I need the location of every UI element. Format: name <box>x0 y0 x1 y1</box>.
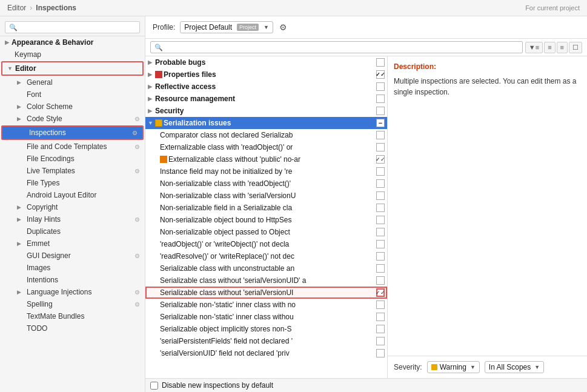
tree-group-probable-bugs[interactable]: ▶ Probable bugs <box>145 56 387 68</box>
tree-group-security[interactable]: ▶ Security <box>145 105 387 117</box>
resource-check[interactable] <box>376 95 385 103</box>
tree-group-resource-management[interactable]: ▶ Resource management <box>145 93 387 105</box>
filter-btn-2[interactable]: ≡ <box>544 42 555 53</box>
serialization-dot <box>155 119 162 127</box>
readresolve-decl-check[interactable] <box>376 252 385 261</box>
sidebar-item-live-templates[interactable]: Live Templates ⚙ <box>0 165 145 177</box>
sidebar-item-copyright[interactable]: ▶ Copyright <box>0 201 145 213</box>
serialization-check[interactable]: − <box>376 119 385 127</box>
tree-item-ser-without-uid[interactable]: Serializable class without 'serialVersio… <box>145 274 387 287</box>
filter-btn-4[interactable]: ☐ <box>569 42 582 53</box>
scope-select[interactable]: In All Scopes ▼ <box>485 361 544 373</box>
sidebar-item-spelling[interactable]: Spelling ⚙ <box>0 298 145 310</box>
ser-without-uid-check[interactable] <box>376 276 385 285</box>
externalizable-no-arg-check[interactable]: ✓ <box>376 155 385 164</box>
profile-label: Profile: <box>153 23 175 32</box>
sidebar-item-code-style[interactable]: ▶ Code Style ⚙ <box>0 113 145 125</box>
serial-version-priv-check[interactable] <box>376 349 385 357</box>
sidebar-item-file-encodings[interactable]: File Encodings <box>0 153 145 165</box>
sidebar-item-inspections[interactable]: Inspections ⚙ <box>1 125 144 140</box>
non-ser-http-check[interactable] <box>376 216 385 224</box>
filter-btn-1[interactable]: ▼≡ <box>525 42 543 53</box>
sidebar-search-input[interactable] <box>5 21 140 33</box>
sidebar-item-language-injections[interactable]: ▶ Language Injections ⚙ <box>0 286 145 298</box>
sidebar-item-inlay-hints[interactable]: ▶ Inlay Hints ⚙ <box>0 213 145 225</box>
ser-without-uid-label: Serializable class without 'serialVersio… <box>160 276 374 285</box>
nonstatic-inner-no-check[interactable] <box>376 301 385 309</box>
sidebar-item-color-scheme[interactable]: ▶ Color Scheme <box>0 101 145 113</box>
sidebar-item-android-layout[interactable]: Android Layout Editor <box>0 189 145 201</box>
sidebar-item-file-code-templates[interactable]: File and Code Templates ⚙ <box>0 141 145 153</box>
sidebar-item-duplicates[interactable]: Duplicates <box>0 225 145 238</box>
intentions-label: Intentions <box>27 276 58 284</box>
search-input[interactable] <box>150 41 523 53</box>
description-text: Multiple inspections are selected. You c… <box>394 76 581 98</box>
sidebar-item-images[interactable]: Images <box>0 262 145 274</box>
non-ser-field-check[interactable] <box>376 204 385 212</box>
security-check[interactable] <box>376 107 385 115</box>
tree-item-non-ser-readobject[interactable]: Non-serializable class with 'readObject(… <box>145 178 387 190</box>
filter-btn-3[interactable]: ≡ <box>557 42 568 53</box>
sidebar-item-todo[interactable]: TODO <box>0 322 145 334</box>
tree-item-serial-persistent[interactable]: 'serialPersistentFields' field not decla… <box>145 335 387 347</box>
comparator-check[interactable] <box>376 131 385 139</box>
sidebar-item-intentions[interactable]: Intentions <box>0 274 145 286</box>
tree-item-non-ser-version[interactable]: Non-serializable class with 'serialVersi… <box>145 190 387 202</box>
sidebar-item-general[interactable]: ▶ General <box>0 76 145 88</box>
properties-files-check[interactable]: ✓ <box>376 70 385 79</box>
sidebar-item-keymap[interactable]: Keymap <box>0 48 145 61</box>
externalizable-readobject-check[interactable] <box>376 143 385 151</box>
tree-item-ser-implicitly[interactable]: Serializable object implicitly stores no… <box>145 323 387 335</box>
ser-unconstructable-check[interactable] <box>376 264 385 273</box>
tree-item-readresolve-decl[interactable]: 'readResolve()' or 'writeReplace()' not … <box>145 250 387 262</box>
sidebar-item-emmet[interactable]: ▶ Emmet <box>0 238 145 250</box>
file-encodings-label: File Encodings <box>27 154 75 163</box>
tree-item-non-ser-http[interactable]: Non-serializable object bound to HttpSes <box>145 214 387 226</box>
instance-field-check[interactable] <box>376 167 385 176</box>
breadcrumb-editor: Editor <box>7 4 26 12</box>
sidebar-item-appearance[interactable]: ▶ Appearance & Behavior <box>0 36 145 48</box>
tree-item-non-ser-field[interactable]: Non-serializable field in a Serializable… <box>145 202 387 214</box>
ser-implicitly-label: Serializable object implicitly stores no… <box>160 325 374 333</box>
severity-value: Warning <box>440 363 466 371</box>
nonstatic-inner-witho-check[interactable] <box>376 313 385 321</box>
severity-select[interactable]: Warning ▼ <box>427 361 480 373</box>
sidebar-item-editor[interactable]: ▼ Editor <box>1 61 144 76</box>
tree-item-readobject-decl[interactable]: 'readObject()' or 'writeObject()' not de… <box>145 238 387 250</box>
externalizable-no-arg-label: Externalizable class without 'public' no… <box>168 155 374 164</box>
reflective-check[interactable] <box>376 82 385 91</box>
tree-item-ser-without-uid-highlighted[interactable]: Serializable class without 'serialVersio… <box>145 287 387 299</box>
tree-item-nonstatic-inner-witho[interactable]: Serializable non-'static' inner class wi… <box>145 311 387 323</box>
readobject-decl-check[interactable] <box>376 240 385 248</box>
tree-item-comparator[interactable]: Comparator class not declared Serializab <box>145 129 387 141</box>
tree-item-nonstatic-inner-no[interactable]: Serializable non-'static' inner class wi… <box>145 299 387 311</box>
code-style-arrow: ▶ <box>17 116 24 122</box>
tree-item-non-ser-passed[interactable]: Non-serializable object passed to Object <box>145 226 387 238</box>
profile-badge: Project <box>237 24 259 31</box>
sidebar-item-gui-designer[interactable]: GUI Designer ⚙ <box>0 250 145 262</box>
disable-inspections-label[interactable]: Disable new inspections by default <box>162 381 273 390</box>
tree-item-ser-unconstructable[interactable]: Serializable class with unconstructable … <box>145 262 387 274</box>
tree-item-externalizable-readobject[interactable]: Externalizable class with 'readObject()'… <box>145 141 387 153</box>
ser-implicitly-check[interactable] <box>376 325 385 333</box>
probable-bugs-check[interactable] <box>376 58 385 67</box>
profile-gear-button[interactable]: ⚙ <box>278 21 288 33</box>
tree-item-instance-field[interactable]: Instance field may not be initialized by… <box>145 165 387 178</box>
sidebar-item-font[interactable]: Font <box>0 88 145 101</box>
non-ser-passed-check[interactable] <box>376 228 385 236</box>
ser-uid-highlighted-check[interactable]: ✓ <box>376 288 385 297</box>
profile-select[interactable]: Project Default Project ▼ <box>180 21 273 33</box>
tree-group-properties-files[interactable]: ▶ Properties files ✓ <box>145 68 387 81</box>
sidebar-search-container <box>0 19 145 36</box>
sidebar-item-file-types[interactable]: File Types <box>0 177 145 189</box>
non-ser-readobject-check[interactable] <box>376 179 385 188</box>
tree-group-serialization[interactable]: ▼ Serialization issues − <box>145 117 387 129</box>
disable-inspections-checkbox[interactable] <box>150 382 158 390</box>
tree-item-externalizable-no-arg[interactable]: Externalizable class without 'public' no… <box>145 153 387 165</box>
tree-item-serial-version-priv[interactable]: 'serialVersionUID' field not declared 'p… <box>145 347 387 359</box>
sidebar-item-textmate[interactable]: TextMate Bundles <box>0 310 145 322</box>
serial-persistent-check[interactable] <box>376 337 385 345</box>
non-ser-version-check[interactable] <box>376 191 385 200</box>
body: ▶ Appearance & Behavior Keymap ▼ Editor … <box>0 16 587 392</box>
tree-group-reflective-access[interactable]: ▶ Reflective access <box>145 81 387 93</box>
